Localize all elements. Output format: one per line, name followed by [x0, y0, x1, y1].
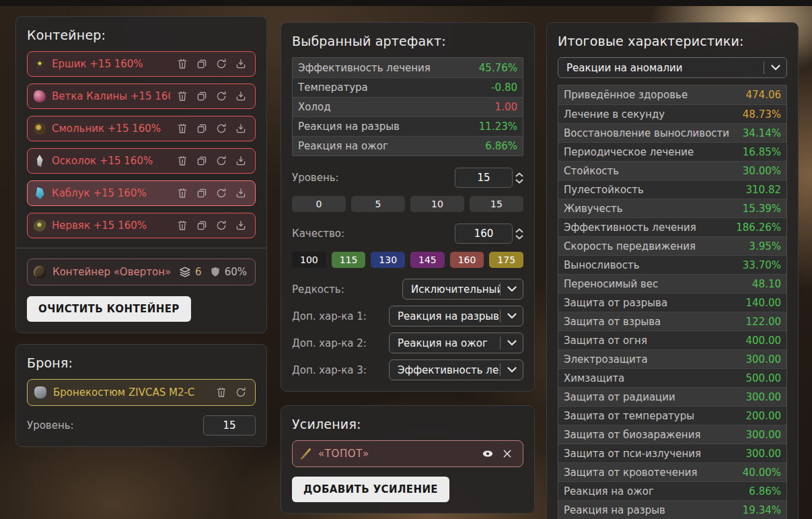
totals-filter-select[interactable]: Реакции на аномалии: [558, 57, 787, 78]
stat-row: Выносливость 33.70%: [558, 255, 786, 274]
extra-stat-select[interactable]: Реакция на ожог: [389, 333, 523, 353]
save-icon[interactable]: [233, 121, 248, 136]
stat-value: 6.86%: [485, 140, 517, 152]
level-preset-button[interactable]: 15: [470, 196, 523, 212]
stat-label: Переносимый вес: [564, 278, 658, 290]
spinner-up-icon[interactable]: [515, 228, 523, 233]
stat-value: 45.76%: [479, 62, 517, 74]
close-icon[interactable]: [500, 446, 515, 461]
stat-value: 16.85%: [743, 146, 781, 158]
trash-icon[interactable]: [175, 57, 190, 71]
armor-level-input[interactable]: 15: [203, 415, 256, 436]
refresh-icon[interactable]: [214, 153, 229, 168]
container-divider: [16, 248, 266, 248]
stat-row: Защита от радиации 300.00: [558, 387, 786, 406]
stat-value: 6.86%: [749, 485, 781, 497]
stat-label: Реакция на ожог: [564, 485, 654, 497]
boost-item[interactable]: «ТОПОТ»: [292, 440, 523, 467]
save-icon[interactable]: [233, 89, 248, 104]
quality-preset-button[interactable]: 115: [332, 252, 366, 268]
artifact-name: Смольник +15 160%: [52, 123, 170, 135]
artifact-item[interactable]: Нервяк +15 160%: [27, 213, 256, 238]
quality-preset-button[interactable]: 130: [371, 252, 405, 268]
selected-artifact-title: Выбранный артефакт:: [292, 34, 523, 48]
copy-icon[interactable]: [194, 218, 209, 233]
stat-row: Переносимый вес 48.10: [558, 274, 786, 293]
extra-stat-label: Доп. хар-ка 2:: [292, 337, 367, 349]
trash-icon[interactable]: [214, 385, 229, 400]
layers-icon: [178, 265, 192, 279]
stat-row: Лечение в секунду 48.73%: [558, 104, 786, 123]
clear-container-button[interactable]: ОЧИСТИТЬ КОНТЕЙНЕР: [27, 296, 191, 322]
level-presets: 051015: [292, 196, 523, 212]
quality-preset-button[interactable]: 100: [292, 252, 326, 268]
stat-row: Реакция на разрыв 11.23%: [293, 116, 523, 136]
extra-stat-label: Доп. хар-ка 1:: [292, 310, 367, 322]
spinner-down-icon[interactable]: [515, 179, 523, 184]
refresh-icon[interactable]: [214, 186, 229, 201]
level-label: Уровень:: [292, 172, 339, 184]
artifact-item[interactable]: Смольник +15 160%: [27, 116, 256, 141]
refresh-icon[interactable]: [214, 89, 229, 104]
stat-label: Химзащита: [564, 372, 624, 384]
trash-icon[interactable]: [175, 153, 190, 168]
rarity-value: Исключительный: [411, 283, 500, 296]
artifact-stats-table: Эффективность лечения 45.76% Температура…: [292, 57, 523, 156]
quality-presets: 100115130145160175: [292, 252, 523, 268]
copy-icon[interactable]: [194, 153, 209, 168]
save-icon[interactable]: [233, 218, 248, 233]
level-preset-button[interactable]: 10: [410, 196, 464, 212]
eye-icon[interactable]: [480, 446, 495, 461]
rarity-label: Редкость:: [292, 283, 344, 296]
copy-icon[interactable]: [194, 89, 209, 104]
save-icon[interactable]: [233, 153, 248, 168]
trash-icon[interactable]: [175, 89, 190, 104]
stat-row: Периодическое лечение 16.85%: [558, 142, 786, 161]
stat-label: Защита от разрыва: [564, 297, 667, 309]
refresh-icon[interactable]: [214, 57, 229, 71]
level-preset-button[interactable]: 5: [351, 196, 405, 212]
stat-value: 3.95%: [749, 240, 781, 252]
trash-icon[interactable]: [175, 186, 190, 201]
quality-preset-button[interactable]: 160: [450, 252, 484, 268]
refresh-icon[interactable]: [233, 385, 248, 400]
container-slots: 6: [195, 266, 202, 278]
quality-input[interactable]: 160: [455, 223, 513, 244]
stat-row: Защита от кровотечения 40.00%: [558, 462, 786, 481]
armor-level-label: Уровень:: [27, 419, 74, 431]
level-input[interactable]: 15: [455, 168, 513, 188]
refresh-icon[interactable]: [214, 218, 229, 233]
stat-label: Защита от взрыва: [564, 316, 661, 328]
copy-icon[interactable]: [194, 186, 209, 201]
nervyak-icon: [32, 217, 47, 233]
quality-preset-button[interactable]: 145: [410, 252, 445, 268]
add-boost-button[interactable]: ДОБАВИТЬ УСИЛЕНИЕ: [292, 477, 449, 502]
trash-icon[interactable]: [175, 218, 190, 233]
boosts-panel-title: Усиления:: [292, 417, 523, 431]
chevron-down-icon: [507, 367, 517, 373]
extra-stat-select[interactable]: Реакция на разрыв: [389, 306, 523, 326]
copy-icon[interactable]: [194, 121, 209, 136]
extra-stat-select[interactable]: Эффективность ле...: [389, 359, 523, 380]
container-row[interactable]: Контейнер «Овертон» 6 60%: [27, 258, 256, 285]
artifact-item[interactable]: Ветка Калины +15 160%: [27, 83, 256, 109]
artifact-name: Нервяк +15 160%: [52, 219, 170, 232]
stat-label: Температура: [298, 81, 368, 94]
save-icon[interactable]: [233, 57, 248, 71]
artifact-item[interactable]: Каблук +15 160%: [27, 180, 256, 206]
quality-preset-button[interactable]: 175: [489, 252, 523, 268]
rarity-select[interactable]: Исключительный: [402, 279, 523, 300]
level-preset-button[interactable]: 0: [292, 196, 346, 212]
trash-icon[interactable]: [175, 121, 190, 136]
copy-icon[interactable]: [194, 57, 209, 71]
stat-row: Приведённое здоровье 474.06: [558, 85, 786, 104]
refresh-icon[interactable]: [214, 121, 229, 136]
save-icon[interactable]: [233, 186, 248, 201]
artifact-item[interactable]: Ершик +15 160%: [27, 51, 256, 77]
artifact-item[interactable]: Осколок +15 160%: [27, 148, 256, 174]
spinner-up-icon[interactable]: [515, 172, 523, 177]
stat-label: Холод: [298, 101, 331, 113]
spinner-down-icon[interactable]: [515, 235, 523, 240]
armor-item[interactable]: Бронекостюм ZIVCAS M2-C: [27, 379, 256, 406]
armor-panel: Броня: Бронекостюм ZIVCAS M2-C Уровень: …: [15, 344, 267, 447]
